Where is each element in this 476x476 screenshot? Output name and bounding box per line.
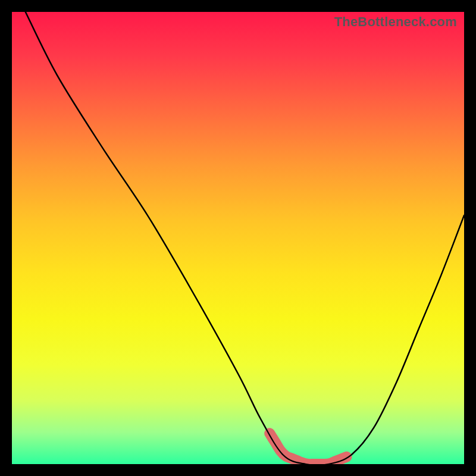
plot-area: TheBottleneck.com	[12, 12, 464, 464]
curve-path-2	[26, 12, 464, 464]
chart-stage: TheBottleneck.com	[0, 0, 476, 476]
pink-valley	[270, 433, 346, 464]
curve-path-1	[26, 12, 464, 464]
chart-overlay	[12, 12, 464, 464]
